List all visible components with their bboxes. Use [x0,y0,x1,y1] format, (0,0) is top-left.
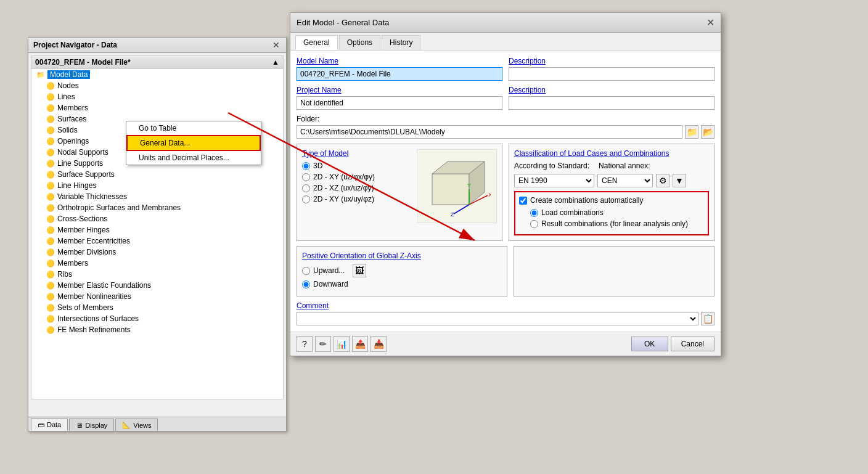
context-menu-go-to-table[interactable]: Go to Table [126,121,261,135]
tree-item-line-hinges[interactable]: 🟡 Line Hinges [31,180,283,191]
cancel-button[interactable]: Cancel [671,337,714,351]
line-supports-icon: 🟡 [46,160,55,168]
standard-filter-button[interactable]: ▼ [673,174,686,187]
dialog-tab-general[interactable]: General [295,35,338,50]
tree-item-members-top[interactable]: 🟡 Members [31,102,283,113]
model-classification-row: Type of Model 3D 2D - XY (uz/φx/φy) 2D -… [297,144,714,241]
tree-item-nodes[interactable]: 🟡 Nodes [31,80,283,91]
radio-2d-xz-label: 2D - XZ (ux/uz/φy) [313,184,374,192]
standard-select[interactable]: EN 1990 [514,174,594,187]
openings-icon: 🟡 [46,137,55,145]
dialog-tab-options[interactable]: Options [339,35,380,50]
tree-item-orthotropic[interactable]: 🟡 Orthotropic Surfaces and Membranes [31,202,283,213]
help-button[interactable]: ? [297,336,313,352]
tree-item-member-eccentricities[interactable]: 🟡 Member Eccentricities [31,235,283,247]
surface-supports-label: Surface Supports [57,170,115,179]
comment-label[interactable]: Comment [297,301,714,310]
tree-item-sets-of-members[interactable]: 🟡 Sets of Members [31,302,283,313]
tree-item-surface-supports[interactable]: 🟡 Surface Supports [31,169,283,180]
variable-thicknesses-icon: 🟡 [46,193,55,201]
folder-icon: 📁 [36,71,45,79]
description-input[interactable] [509,67,714,81]
dialog-titlebar: Edit Model - General Data ✕ [290,13,721,33]
tree-item-fe-mesh[interactable]: 🟡 FE Mesh Refinements [31,324,283,335]
svg-text:Y: Y [467,182,471,189]
import-button[interactable]: 📥 [371,336,387,352]
annex-select[interactable]: CEN [597,174,653,187]
table-button[interactable]: 📊 [334,336,350,352]
tree-item-cross-sections[interactable]: 🟡 Cross-Sections [31,213,283,224]
project-desc-label[interactable]: Description [509,86,714,94]
folder-new-button[interactable]: 📂 [701,125,714,139]
tree-item-ribs[interactable]: 🟡 Ribs [31,269,283,280]
tree-item-variable-thicknesses[interactable]: 🟡 Variable Thicknesses [31,191,283,202]
tree-item-intersections[interactable]: 🟡 Intersections of Surfaces [31,313,283,324]
context-menu-general-data[interactable]: General Data... [126,135,261,151]
radio-load-combinations[interactable] [530,209,538,217]
comment-input-row: 📋 [297,312,714,325]
context-menu-units[interactable]: Units and Decimal Places... [126,151,261,165]
tree-item-member-nonlinearities[interactable]: 🟡 Member Nonlinearities [31,291,283,302]
lines-icon: 🟡 [46,93,55,101]
tab-views[interactable]: 📐 Views [115,419,158,431]
description-label[interactable]: Description [509,57,714,65]
nodal-supports-icon: 🟡 [46,149,55,157]
folder-browse-button[interactable]: 📁 [685,125,698,139]
radio-2d-xy2[interactable] [302,195,310,203]
project-name-group: Project Name [297,86,502,110]
tree-item-member-divisions[interactable]: 🟡 Member Divisions [31,247,283,258]
data-tab-icon: 🗃 [38,421,44,428]
project-description-group: Description [509,86,714,110]
dialog-tab-history[interactable]: History [382,35,420,50]
dialog-title: Edit Model - General Data [297,18,389,27]
radio-2d-xy2-label: 2D - XY (ux/uy/φz) [313,195,374,203]
export-button[interactable]: 📤 [352,336,368,352]
annex-label: National annex: [599,161,650,170]
edit-button[interactable]: ✏ [315,336,331,352]
folder-row: Folder: 📁 📂 [297,115,714,139]
standard-settings-button[interactable]: ⚙ [656,174,669,187]
create-combinations-checkbox[interactable] [519,197,527,205]
svg-text:Z: Z [451,211,454,217]
project-name-label[interactable]: Project Name [297,86,502,94]
dropdown-row: EN 1990 CEN ⚙ ▼ [514,174,709,187]
radio-2d-xy1[interactable] [302,173,310,181]
tree-item-model-data[interactable]: 📁 Model Data [31,69,283,80]
tree-item-lines[interactable]: 🟡 Lines [31,91,283,102]
radio-result-combinations[interactable] [530,220,538,228]
data-tab-label: Data [47,421,61,428]
radio-downward[interactable] [302,280,310,288]
navigator-header: Project Navigator - Data ✕ [28,38,286,53]
member-nonlinearities-icon: 🟡 [46,293,55,301]
standard-row: According to Standard: National annex: [514,161,709,170]
tab-display[interactable]: 🖥 Display [69,419,114,431]
load-combinations-label: Load combinations [541,208,604,217]
tree-item-member-hinges[interactable]: 🟡 Member Hinges [31,224,283,235]
radio-upward[interactable] [302,267,310,275]
folder-path-input[interactable] [297,125,682,139]
navigator-panel: Project Navigator - Data ✕ 004720_RFEM -… [28,37,287,431]
comment-extra-button[interactable]: 📋 [701,312,714,325]
project-name-input[interactable] [297,96,502,110]
radio-3d[interactable] [302,162,310,170]
ribs-icon: 🟡 [46,271,55,279]
tree-item-member-elastic[interactable]: 🟡 Member Elastic Foundations [31,280,283,291]
radio-2d-xz[interactable] [302,184,310,192]
dialog-close-button[interactable]: ✕ [706,17,714,28]
folder-input-row: 📁 📂 [297,125,714,139]
orthotropic-label: Orthotropic Surfaces and Membranes [57,203,181,212]
svg-rect-0 [432,174,469,205]
classification-title: Classification of Load Cases and Combina… [514,149,709,158]
tab-data[interactable]: 🗃 Data [31,419,68,431]
ok-button[interactable]: OK [631,337,668,351]
tree-collapse-icon[interactable]: ▲ [272,58,279,67]
model-name-label[interactable]: Model Name [297,57,502,65]
navigator-close-button[interactable]: ✕ [271,40,281,50]
project-description-input[interactable] [509,96,714,110]
model-name-input[interactable] [297,67,502,81]
ribs-label: Ribs [57,270,72,279]
upward-image-button[interactable]: 🖼 [353,264,366,277]
model-data-label: Model Data [47,70,90,79]
comment-select[interactable] [297,312,698,325]
tree-item-members-bottom[interactable]: 🟡 Members [31,258,283,269]
